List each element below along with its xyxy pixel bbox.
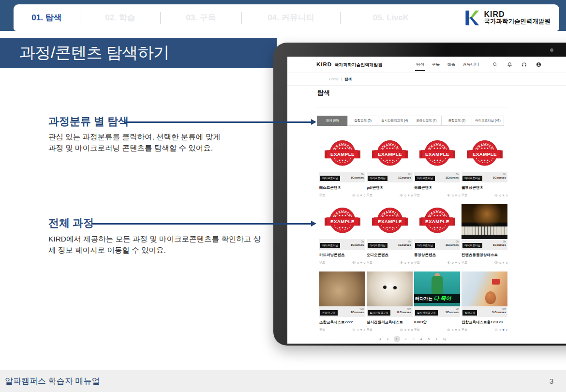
course-thumbnail[interactable]: EXAMPLEEXAMPLE★ ★ ★★ ★ ★EXAMPLE: [367, 137, 413, 172]
site-nav-커뮤니티[interactable]: 커뮤니티: [462, 62, 479, 68]
heart-icon[interactable]: ♥: [408, 261, 410, 264]
site-logo[interactable]: KIRD 국가과학기술인력개발원: [316, 61, 382, 68]
course-title[interactable]: 컨텐츠용웹영상테스트: [462, 253, 507, 257]
course-thumbnail[interactable]: EXAMPLEEXAMPLE★ ★ ★★ ★ ★EXAMPLE: [414, 204, 460, 239]
example-ribbon-badge: EXAMPLEEXAMPLE★ ★ ★★ ★ ★EXAMPLE: [419, 204, 456, 239]
course-title[interactable]: 테스트콘텐츠: [319, 185, 365, 190]
slide-topbar: 01. 탐색02. 학습03. 구독04. 커뮤니티05. LiveK KIRD…: [0, 0, 566, 31]
headset-icon[interactable]: [521, 62, 527, 67]
course-card-11[interactable]: 러다가는 다 죽어실시간원격교육2h1CoursesKIRD안무료1♥0: [414, 271, 460, 332]
heart-icon[interactable]: ♥: [503, 328, 505, 332]
pagination-next[interactable]: >: [435, 337, 439, 341]
course-thumbnail[interactable]: EXAMPLEEXAMPLE★ ★ ★★ ★ ★EXAMPLE: [319, 137, 365, 172]
site-nav-학습[interactable]: 학습: [447, 62, 455, 68]
course-title[interactable]: pdf콘텐츠: [367, 185, 413, 190]
view-count: 1: [499, 329, 501, 332]
course-thumbnail[interactable]: EXAMPLEEXAMPLE★ ★ ★★ ★ ★EXAMPLE: [414, 137, 460, 172]
slide-tab-2[interactable]: 02. 학습: [80, 12, 160, 23]
heart-icon[interactable]: ♥: [455, 261, 457, 264]
course-title[interactable]: 오디오콘텐츠: [367, 253, 413, 257]
category-tab-1[interactable]: 전체 (60): [317, 116, 348, 126]
course-thumbnail[interactable]: [462, 204, 507, 239]
course-type-badge: 마이크로러닝: [415, 176, 435, 181]
annotation-heading-all-courses: 전체 과정: [48, 216, 94, 230]
course-card-12[interactable]: 집합교육40h3 Courses집합교육테스트용123123무료1♥2: [462, 271, 507, 332]
svg-text:★ ★ ★: ★ ★ ★: [433, 147, 441, 150]
course-thumbnail[interactable]: [462, 271, 507, 306]
course-price: 무료: [367, 260, 372, 265]
site-nav-탐색[interactable]: 탐색: [416, 62, 424, 68]
pagination-last[interactable]: >|: [443, 337, 447, 341]
heart-icon[interactable]: ♥: [503, 194, 505, 197]
slide-tab-4[interactable]: 04. 커뮤니티: [242, 12, 340, 23]
course-duration: 0h1Courses: [398, 173, 411, 180]
course-thumbnail[interactable]: [367, 271, 413, 306]
slide-tab-1[interactable]: 01. 탐색: [14, 12, 80, 23]
course-card-2[interactable]: EXAMPLEEXAMPLE★ ★ ★★ ★ ★EXAMPLE마이크로러닝0h1…: [367, 137, 413, 197]
course-thumbnail[interactable]: EXAMPLEEXAMPLE★ ★ ★★ ★ ★EXAMPLE: [462, 137, 507, 172]
course-price: 무료: [319, 193, 325, 197]
site-nav-구독[interactable]: 구독: [432, 62, 440, 68]
course-title[interactable]: 동영상콘텐츠: [414, 253, 460, 257]
course-thumbnail[interactable]: EXAMPLEEXAMPLE★ ★ ★★ ★ ★EXAMPLE: [367, 204, 413, 239]
course-title[interactable]: 실시간원격교육테스트: [367, 320, 413, 325]
course-type-badge: 실시간원격교육: [368, 310, 390, 316]
pagination-page-1[interactable]: 1: [394, 336, 400, 342]
svg-text:EXAMPLE: EXAMPLE: [377, 219, 402, 224]
slide-tab-5[interactable]: 05. LiveK: [341, 13, 441, 23]
example-ribbon-badge: EXAMPLEEXAMPLE★ ★ ★★ ★ ★EXAMPLE: [419, 137, 456, 172]
search-icon[interactable]: [492, 62, 498, 67]
heart-icon[interactable]: ♥: [360, 194, 362, 197]
course-title[interactable]: 카드러닝콘텐츠: [319, 253, 365, 257]
pagination-page-3[interactable]: 3: [412, 337, 416, 341]
category-tab-2[interactable]: 집합교육 (5): [347, 116, 378, 126]
svg-text:★ ★ ★: ★ ★ ★: [338, 159, 346, 162]
category-tab-6[interactable]: 마이크로러닝 (41): [472, 116, 504, 126]
heart-icon[interactable]: ♥: [503, 261, 505, 264]
course-meta: 온라인교육40h1Courses: [319, 306, 365, 317]
example-ribbon-badge: EXAMPLEEXAMPLE★ ★ ★★ ★ ★EXAMPLE: [324, 204, 361, 239]
bell-icon[interactable]: [507, 62, 512, 67]
course-thumbnail[interactable]: EXAMPLEEXAMPLE★ ★ ★★ ★ ★EXAMPLE: [319, 204, 365, 239]
course-card-8[interactable]: 마이크로러닝0h1Courses컨텐츠용웹영상테스트무료0♥0: [462, 204, 507, 265]
pagination-prev[interactable]: <: [386, 337, 390, 341]
course-duration: 0h1Courses: [446, 240, 459, 247]
heart-icon[interactable]: ♥: [455, 194, 457, 197]
pagination-page-2[interactable]: 2: [404, 337, 408, 341]
course-title[interactable]: 집합교육테스트용123123: [462, 320, 507, 325]
course-card-4[interactable]: EXAMPLEEXAMPLE★ ★ ★★ ★ ★EXAMPLE마이크로러닝0h1…: [462, 137, 507, 197]
course-card-10[interactable]: 실시간원격교육40h8 Courses실시간원격교육테스트무료0♥0: [367, 271, 413, 332]
heart-icon[interactable]: ♥: [408, 194, 410, 197]
course-title[interactable]: 링크콘텐츠: [414, 185, 460, 190]
pagination-first[interactable]: |<: [378, 337, 382, 341]
pagination-page-5[interactable]: 5: [427, 337, 431, 341]
category-tab-3[interactable]: 실시간원격교육 (4): [378, 116, 411, 126]
heart-icon[interactable]: ♥: [360, 261, 362, 264]
heart-icon[interactable]: ♥: [360, 328, 362, 332]
course-duration: 40h8 Courses: [397, 307, 411, 315]
profile-icon[interactable]: [536, 62, 541, 67]
slide-tab-3[interactable]: 03. 구독: [161, 12, 241, 23]
pagination-page-4[interactable]: 4: [419, 337, 423, 341]
course-duration: 0h1Courses: [398, 240, 411, 247]
course-title[interactable]: KIRD안: [414, 320, 460, 325]
course-title[interactable]: 웹영상콘텐츠: [462, 185, 507, 190]
course-thumbnail[interactable]: 러다가는 다 죽어: [414, 271, 460, 306]
course-card-9[interactable]: 온라인교육40h1Courses조합교육테스트2222무료1♥0: [319, 271, 365, 332]
course-stats: 무료0♥0: [319, 260, 365, 265]
course-card-7[interactable]: EXAMPLEEXAMPLE★ ★ ★★ ★ ★EXAMPLE마이크로러닝0h1…: [414, 204, 460, 265]
svg-text:★ ★ ★: ★ ★ ★: [433, 159, 441, 162]
heart-icon[interactable]: ♥: [408, 328, 410, 332]
course-title[interactable]: 조합교육테스트2222: [319, 320, 365, 325]
breadcrumb-home[interactable]: Home: [329, 77, 339, 81]
course-card-6[interactable]: EXAMPLEEXAMPLE★ ★ ★★ ★ ★EXAMPLE마이크로러닝0h1…: [367, 204, 413, 265]
course-card-3[interactable]: EXAMPLEEXAMPLE★ ★ ★★ ★ ★EXAMPLE마이크로러닝0h1…: [414, 137, 460, 197]
heart-icon[interactable]: ♥: [455, 328, 457, 332]
squirrel-figure: [485, 291, 496, 304]
course-thumbnail[interactable]: [319, 271, 365, 306]
category-tab-4[interactable]: 온라인교육 (7): [411, 116, 442, 126]
svg-text:EXAMPLE: EXAMPLE: [425, 151, 449, 157]
course-card-5[interactable]: EXAMPLEEXAMPLE★ ★ ★★ ★ ★EXAMPLE마이크로러닝0h1…: [319, 204, 365, 265]
course-card-1[interactable]: EXAMPLEEXAMPLE★ ★ ★★ ★ ★EXAMPLE마이크로러닝0h1…: [319, 137, 365, 197]
category-tab-5[interactable]: 혼합교육 (3): [441, 116, 472, 126]
